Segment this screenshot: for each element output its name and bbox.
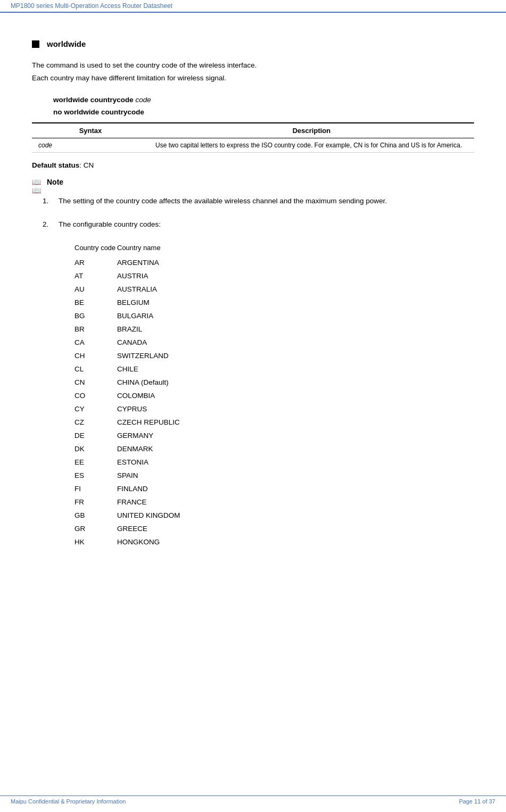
- country-list-item: ATAUSTRIA: [74, 270, 474, 283]
- country-code: FI: [74, 483, 117, 496]
- country-name: SPAIN: [117, 469, 138, 483]
- bullet-label: worldwide: [47, 39, 86, 48]
- country-name: CANADA: [117, 336, 147, 350]
- cmd1-bold: worldwide countrycode: [53, 96, 136, 104]
- note-item-1-text: The setting of the country code affects …: [59, 195, 387, 208]
- country-list-item: ESSPAIN: [74, 469, 474, 483]
- description-line1: The command is used to set the country c…: [32, 61, 256, 69]
- country-code: EE: [74, 456, 117, 469]
- cmd2: no worldwide countrycode: [53, 108, 144, 116]
- country-code: AU: [74, 283, 117, 296]
- bullet-section: worldwide: [32, 39, 474, 48]
- country-list-item: EEESTONIA: [74, 456, 474, 469]
- syntax-table: Syntax Description code Use two capital …: [32, 122, 474, 153]
- country-list-item: CACANADA: [74, 336, 474, 350]
- country-list-item: CYCYPRUS: [74, 403, 474, 416]
- country-list-item: DKDENMARK: [74, 443, 474, 456]
- country-name: AUSTRALIA: [117, 283, 157, 296]
- country-name: FINLAND: [117, 483, 148, 496]
- country-code: AR: [74, 256, 117, 270]
- country-list-item: FRFRANCE: [74, 496, 474, 509]
- country-list-item: FIFINLAND: [74, 483, 474, 496]
- country-name: HONGKONG: [117, 536, 160, 549]
- country-code: GR: [74, 523, 117, 536]
- description-line2: Each country may have different limitati…: [32, 74, 226, 82]
- country-code: DE: [74, 429, 117, 443]
- bullet-icon: [32, 40, 39, 48]
- country-list-item: GBUNITED KINGDOM: [74, 509, 474, 523]
- country-code: CH: [74, 350, 117, 363]
- country-header-name: Country name: [117, 242, 161, 254]
- note-item-1-num: 1.: [43, 195, 59, 208]
- country-list-item: ARARGENTINA: [74, 256, 474, 270]
- country-code: ES: [74, 469, 117, 483]
- country-name: ARGENTINA: [117, 256, 159, 270]
- page-footer: Maipu Confidential & Proprietary Informa…: [0, 796, 506, 807]
- numbered-list: 1. The setting of the country code affec…: [43, 195, 474, 231]
- country-list-item: CLCHILE: [74, 363, 474, 376]
- note-item-1: 1. The setting of the country code affec…: [43, 195, 474, 208]
- country-name: COLOMBIA: [117, 390, 155, 403]
- country-code: BE: [74, 296, 117, 310]
- country-list-item: BEBELGIUM: [74, 296, 474, 310]
- country-name: SWITZERLAND: [117, 350, 169, 363]
- default-status-value: CN: [84, 161, 94, 169]
- note-section: 📖 Note 1. The setting of the country cod…: [32, 178, 474, 549]
- country-name: BRAZIL: [117, 323, 142, 336]
- country-list-item: CNCHINA (Default): [74, 376, 474, 390]
- country-name: AUSTRIA: [117, 270, 148, 283]
- country-name: GREECE: [117, 523, 147, 536]
- note-icon: 📖: [32, 178, 43, 186]
- command-block: worldwide countrycode code no worldwide …: [53, 96, 474, 116]
- country-rows: ARARGENTINAATAUSTRIAAUAUSTRALIABEBELGIUM…: [74, 256, 474, 549]
- country-name: UNITED KINGDOM: [117, 509, 180, 523]
- country-list-item: HKHONGKONG: [74, 536, 474, 549]
- country-name: CHINA (Default): [117, 376, 169, 390]
- country-code: CL: [74, 363, 117, 376]
- cmd1-italic: code: [136, 96, 151, 104]
- default-status-label: Default status: [32, 161, 79, 169]
- note-title-text: Note: [47, 178, 63, 186]
- country-list-item: DEGERMANY: [74, 429, 474, 443]
- country-code: HK: [74, 536, 117, 549]
- country-list-item: COCOLOMBIA: [74, 390, 474, 403]
- country-name: CHILE: [117, 363, 138, 376]
- country-code: CN: [74, 376, 117, 390]
- table-header-description: Description: [149, 123, 474, 138]
- note-item-2: 2. The configurable country codes:: [43, 218, 474, 231]
- note-item-2-num: 2.: [43, 218, 59, 231]
- footer-right: Page 11 of 37: [459, 798, 495, 805]
- country-name: DENMARK: [117, 443, 153, 456]
- country-code: FR: [74, 496, 117, 509]
- footer-left: Maipu Confidential & Proprietary Informa…: [11, 798, 126, 805]
- country-code: CA: [74, 336, 117, 350]
- command-line-1: worldwide countrycode code: [53, 96, 474, 104]
- country-list-item: CHSWITZERLAND: [74, 350, 474, 363]
- country-name: CYPRUS: [117, 403, 147, 416]
- country-code: CZ: [74, 416, 117, 429]
- country-name: ESTONIA: [117, 456, 148, 469]
- country-list-item: AUAUSTRALIA: [74, 283, 474, 296]
- country-code: BR: [74, 323, 117, 336]
- country-code: CO: [74, 390, 117, 403]
- country-table-header: Country code Country name: [74, 242, 474, 254]
- country-name: GERMANY: [117, 429, 153, 443]
- country-name: BELGIUM: [117, 296, 150, 310]
- country-header-code: Country code: [74, 242, 117, 254]
- country-list-item: BGBULGARIA: [74, 310, 474, 323]
- country-list-item: GRGREECE: [74, 523, 474, 536]
- country-name: CZECH REPUBLIC: [117, 416, 180, 429]
- table-cell-description: Use two capital letters to express the I…: [149, 138, 474, 152]
- country-list-item: BRBRAZIL: [74, 323, 474, 336]
- country-code: BG: [74, 310, 117, 323]
- header-title: MP1800 series Multi-Operation Access Rou…: [11, 2, 172, 10]
- country-code: CY: [74, 403, 117, 416]
- country-code: DK: [74, 443, 117, 456]
- table-header-syntax: Syntax: [32, 123, 149, 138]
- page-header: MP1800 series Multi-Operation Access Rou…: [0, 0, 506, 13]
- note-title-row: 📖 Note: [32, 178, 474, 186]
- country-list-item: CZCZECH REPUBLIC: [74, 416, 474, 429]
- country-code: AT: [74, 270, 117, 283]
- table-cell-syntax: code: [32, 138, 149, 152]
- default-status: Default status: CN: [32, 161, 474, 169]
